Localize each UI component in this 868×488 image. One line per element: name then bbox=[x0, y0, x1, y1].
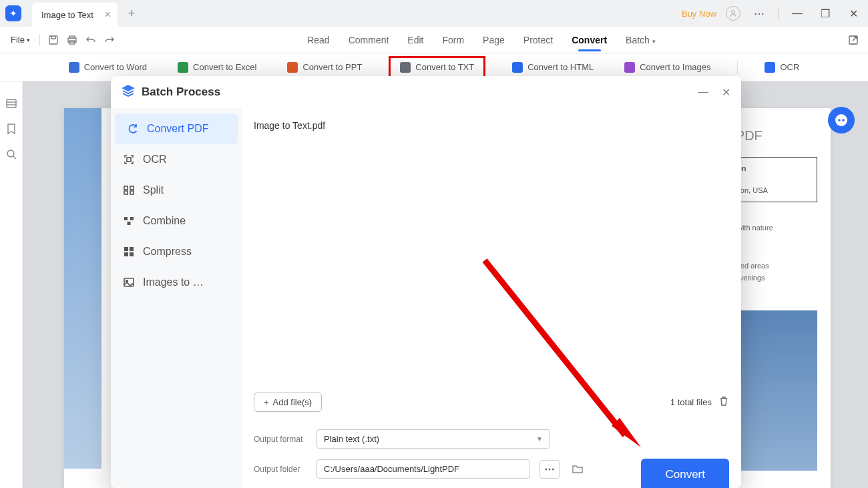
svg-rect-25 bbox=[130, 252, 134, 256]
txt-icon bbox=[400, 62, 411, 73]
buy-now-link[interactable]: Buy Now bbox=[682, 9, 716, 19]
file-menu[interactable]: File▾ bbox=[5, 35, 35, 45]
svg-rect-23 bbox=[130, 247, 134, 251]
tab-comment[interactable]: Comment bbox=[347, 35, 391, 45]
ppt-icon bbox=[287, 62, 298, 73]
separator bbox=[737, 61, 738, 74]
dialog-header: Batch Process — ✕ bbox=[111, 76, 741, 108]
stack-icon bbox=[122, 84, 135, 101]
svg-line-10 bbox=[13, 156, 16, 159]
open-external-icon[interactable] bbox=[844, 31, 863, 49]
sidebar-item-images-to[interactable]: Images to … bbox=[111, 267, 242, 298]
dialog-controls: — ✕ bbox=[698, 86, 730, 99]
tab-title: Image to Text bbox=[41, 10, 93, 20]
split-icon bbox=[123, 184, 135, 196]
assistant-button[interactable] bbox=[828, 107, 855, 134]
tab-page[interactable]: Page bbox=[481, 35, 506, 45]
left-rail bbox=[0, 81, 23, 488]
html-icon bbox=[512, 62, 523, 73]
toolbar: File▾ Read Comment Edit Form Page Protec… bbox=[0, 27, 868, 53]
image-icon bbox=[123, 276, 135, 288]
dialog-sidebar: Convert PDF OCR Split Combine Compress I… bbox=[111, 108, 242, 488]
convert-to-txt[interactable]: Convert to TXT bbox=[389, 56, 485, 79]
tab-edit[interactable]: Edit bbox=[406, 35, 425, 45]
output-format-row: Output format Plain text (.txt) ▼ bbox=[254, 429, 729, 449]
add-files-button[interactable]: +Add file(s) bbox=[254, 393, 322, 412]
browse-button[interactable]: ⋯ bbox=[539, 460, 560, 479]
dialog-close-icon[interactable]: ✕ bbox=[722, 86, 730, 99]
svg-rect-1 bbox=[49, 36, 57, 44]
svg-point-11 bbox=[835, 114, 847, 126]
sidebar-item-split[interactable]: Split bbox=[111, 175, 242, 206]
svg-rect-14 bbox=[127, 158, 131, 162]
output-format-select[interactable]: Plain text (.txt) ▼ bbox=[316, 429, 550, 449]
close-window-icon[interactable]: ✕ bbox=[844, 4, 863, 23]
minimize-icon[interactable]: — bbox=[788, 4, 807, 23]
document-tab[interactable]: Image to Text × bbox=[32, 3, 118, 27]
svg-rect-24 bbox=[124, 252, 128, 256]
svg-rect-26 bbox=[124, 278, 134, 286]
svg-rect-18 bbox=[130, 191, 134, 194]
tab-protect[interactable]: Protect bbox=[522, 35, 554, 45]
sidebar-item-combine[interactable]: Combine bbox=[111, 206, 242, 236]
refresh-icon bbox=[127, 123, 139, 135]
more-icon[interactable]: ⋯ bbox=[750, 4, 769, 23]
sidebar-item-convert-pdf[interactable]: Convert PDF bbox=[115, 113, 238, 144]
redo-icon[interactable] bbox=[100, 31, 119, 49]
dialog-body: Convert PDF OCR Split Combine Compress I… bbox=[111, 108, 741, 488]
svg-point-9 bbox=[7, 150, 14, 157]
svg-rect-17 bbox=[124, 191, 128, 194]
ocr-button[interactable]: OCR bbox=[761, 59, 803, 75]
tab-form[interactable]: Form bbox=[441, 35, 465, 45]
excel-icon bbox=[178, 62, 188, 73]
convert-to-ppt[interactable]: Convert to PPT bbox=[283, 59, 366, 75]
convert-button[interactable]: Convert bbox=[641, 459, 729, 488]
page-sky-image bbox=[64, 108, 101, 469]
maximize-icon[interactable]: ❐ bbox=[816, 4, 835, 23]
bookmark-icon[interactable] bbox=[5, 123, 17, 135]
ocr-icon bbox=[123, 154, 135, 166]
svg-rect-15 bbox=[124, 186, 128, 190]
compress-icon bbox=[123, 246, 135, 258]
open-folder-icon[interactable] bbox=[569, 461, 586, 478]
tab-close-icon[interactable]: × bbox=[104, 9, 110, 21]
file-row[interactable]: Image to Text.pdf bbox=[254, 117, 729, 134]
convert-to-images[interactable]: Convert to Images bbox=[620, 59, 714, 75]
sidebar-item-compress[interactable]: Compress bbox=[111, 236, 242, 267]
dialog-minimize-icon[interactable]: — bbox=[698, 86, 708, 99]
save-icon[interactable] bbox=[44, 31, 63, 49]
svg-point-13 bbox=[842, 119, 845, 121]
new-tab-button[interactable]: + bbox=[128, 7, 136, 21]
thumbnails-icon[interactable] bbox=[5, 97, 17, 109]
svg-rect-16 bbox=[130, 186, 134, 190]
svg-point-12 bbox=[838, 119, 841, 121]
output-folder-input[interactable]: C:/Users/aaa/Documents/LightPDF bbox=[316, 459, 530, 479]
file-list: Image to Text.pdf bbox=[254, 117, 729, 387]
search-icon[interactable] bbox=[5, 148, 17, 160]
tab-convert[interactable]: Convert bbox=[570, 35, 608, 45]
undo-icon[interactable] bbox=[81, 31, 100, 49]
separator bbox=[39, 34, 40, 46]
svg-rect-22 bbox=[124, 247, 128, 251]
tab-batch[interactable]: Batch ▾ bbox=[624, 35, 657, 45]
output-format-label: Output format bbox=[254, 435, 307, 444]
separator bbox=[778, 7, 779, 19]
convert-to-html[interactable]: Convert to HTML bbox=[508, 59, 598, 75]
list-footer: +Add file(s) 1 total files bbox=[254, 393, 729, 412]
user-avatar-icon[interactable] bbox=[726, 6, 740, 21]
images-icon bbox=[624, 62, 635, 73]
convert-to-word[interactable]: Convert to Word bbox=[65, 59, 151, 75]
trash-icon[interactable] bbox=[718, 396, 729, 409]
output-folder-label: Output folder bbox=[254, 465, 307, 474]
tab-read[interactable]: Read bbox=[306, 35, 331, 45]
dialog-main: Image to Text.pdf +Add file(s) 1 total f… bbox=[242, 108, 741, 488]
sidebar-item-ocr[interactable]: OCR bbox=[111, 144, 242, 175]
print-icon[interactable] bbox=[63, 31, 81, 49]
batch-process-dialog: Batch Process — ✕ Convert PDF OCR Split … bbox=[111, 76, 741, 488]
combine-icon bbox=[123, 215, 135, 227]
svg-rect-6 bbox=[7, 99, 16, 107]
svg-rect-20 bbox=[130, 217, 134, 220]
plus-icon: + bbox=[264, 397, 269, 407]
convert-to-excel[interactable]: Convert to Excel bbox=[174, 59, 260, 75]
chevron-down-icon: ▼ bbox=[536, 435, 543, 443]
